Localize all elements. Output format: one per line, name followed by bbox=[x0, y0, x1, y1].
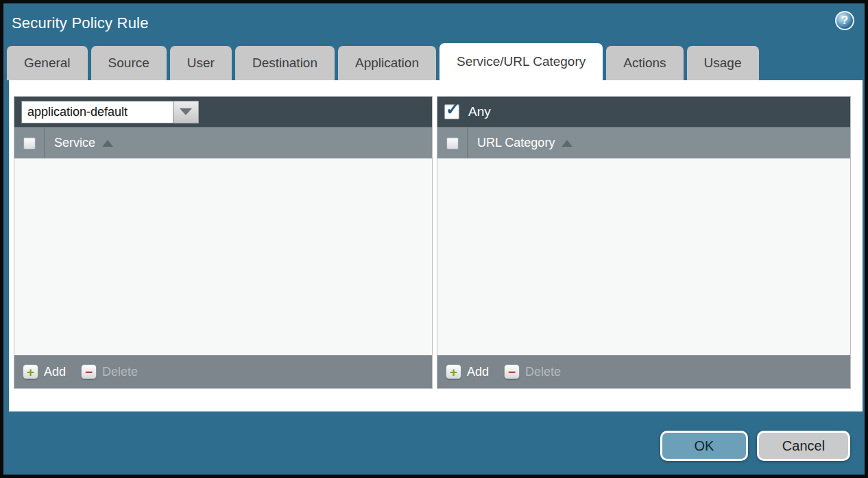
url-category-panel-footer: + Add − Delete bbox=[437, 355, 850, 388]
tab-bar: General Source User Destination Applicat… bbox=[7, 43, 759, 80]
add-icon: + bbox=[446, 364, 461, 379]
tab-application[interactable]: Application bbox=[338, 46, 436, 80]
service-type-input[interactable] bbox=[21, 101, 173, 123]
service-select-all-cell bbox=[14, 128, 45, 158]
service-column-label: Service bbox=[54, 136, 95, 150]
help-icon[interactable]: ? bbox=[835, 11, 854, 30]
delete-icon: − bbox=[504, 364, 520, 379]
tab-service-url-category[interactable]: Service/URL Category bbox=[439, 43, 603, 80]
url-category-column-header-row: URL Category bbox=[437, 127, 850, 158]
tab-source[interactable]: Source bbox=[91, 46, 167, 80]
checkbox-check-icon: ✓ bbox=[446, 99, 459, 119]
chevron-down-icon bbox=[180, 108, 192, 115]
url-category-delete-button[interactable]: − Delete bbox=[504, 364, 561, 379]
sort-ascending-icon bbox=[562, 140, 572, 147]
cancel-button[interactable]: Cancel bbox=[757, 431, 850, 461]
url-category-column-header[interactable]: URL Category bbox=[468, 136, 572, 150]
tab-general[interactable]: General bbox=[7, 46, 88, 80]
any-checkbox[interactable]: ✓ bbox=[444, 104, 459, 119]
sort-ascending-icon bbox=[102, 140, 113, 147]
service-column-header-row: Service bbox=[14, 127, 432, 158]
delete-icon: − bbox=[81, 364, 97, 379]
service-panel-footer: + Add − Delete bbox=[14, 355, 432, 388]
dialog-title: Security Policy Rule bbox=[12, 14, 149, 32]
any-checkbox-label: Any bbox=[468, 104, 491, 119]
service-table-body bbox=[14, 158, 432, 355]
dialog-action-buttons: OK Cancel bbox=[660, 431, 850, 461]
url-category-add-label: Add bbox=[467, 365, 489, 379]
panels-container: Service + Add − Delete bbox=[14, 96, 851, 389]
add-icon: + bbox=[23, 364, 38, 379]
url-category-delete-label: Delete bbox=[525, 365, 561, 379]
security-policy-rule-dialog: Security Policy Rule ? General Source Us… bbox=[3, 3, 865, 475]
service-add-label: Add bbox=[44, 365, 66, 379]
url-category-select-all-cell bbox=[437, 128, 468, 158]
tab-actions[interactable]: Actions bbox=[606, 46, 683, 80]
service-delete-label: Delete bbox=[102, 365, 138, 379]
url-category-add-button[interactable]: + Add bbox=[446, 364, 489, 379]
ok-button[interactable]: OK bbox=[660, 431, 748, 461]
tab-content-area: Service + Add − Delete bbox=[9, 80, 863, 411]
service-delete-button[interactable]: − Delete bbox=[81, 364, 138, 379]
tab-usage[interactable]: Usage bbox=[687, 46, 759, 80]
url-category-select-all-checkbox[interactable] bbox=[446, 137, 459, 150]
url-category-column-label: URL Category bbox=[477, 136, 555, 150]
url-category-panel: ✓ Any URL Category bbox=[437, 96, 851, 389]
service-add-button[interactable]: + Add bbox=[23, 364, 66, 379]
service-type-dropdown-button[interactable] bbox=[173, 101, 199, 123]
screen: Security Policy Rule ? General Source Us… bbox=[0, 0, 868, 478]
service-column-header[interactable]: Service bbox=[45, 136, 113, 150]
service-panel: Service + Add − Delete bbox=[14, 96, 433, 389]
url-category-table-body bbox=[437, 158, 850, 355]
url-category-panel-topbar: ✓ Any bbox=[437, 97, 850, 127]
tab-destination[interactable]: Destination bbox=[235, 46, 335, 80]
service-panel-topbar bbox=[14, 97, 432, 127]
tab-user[interactable]: User bbox=[170, 46, 232, 80]
service-select-all-checkbox[interactable] bbox=[23, 137, 36, 150]
service-type-dropdown bbox=[21, 101, 199, 123]
